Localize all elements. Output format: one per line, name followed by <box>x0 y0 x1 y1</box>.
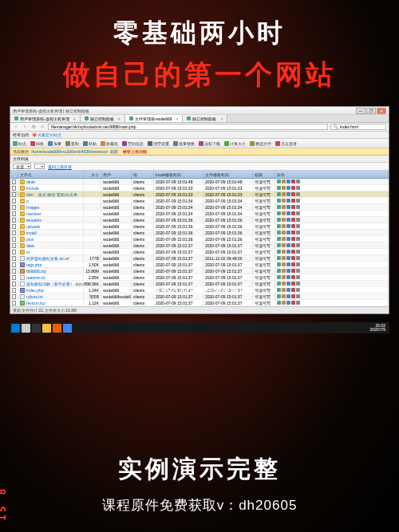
file-name[interactable]: m <box>26 250 30 254</box>
row-checkbox[interactable] <box>12 294 16 299</box>
action-icon[interactable] <box>291 262 295 266</box>
file-name[interactable]: robots.txt <box>26 294 43 299</box>
action-icon[interactable] <box>296 294 300 298</box>
table-row[interactable]: robots.txt505Bwode666wode666wode666clien… <box>10 294 389 300</box>
action-icon[interactable] <box>282 301 286 305</box>
reload-button[interactable]: ⟳ <box>30 124 37 130</box>
action-icon[interactable] <box>296 186 300 190</box>
action-icon[interactable] <box>282 256 286 260</box>
action-icon[interactable] <box>277 275 281 279</box>
row-checkbox[interactable] <box>12 231 16 235</box>
action-icon[interactable] <box>282 205 286 209</box>
file-name[interactable]: 666666.zip <box>26 269 45 274</box>
action-icon[interactable] <box>286 294 290 298</box>
action-icon[interactable] <box>296 243 300 247</box>
table-row[interactable]: 666666.zip15.86Mwode666clients2020-07-09… <box>10 268 389 274</box>
row-checkbox[interactable] <box>12 288 16 293</box>
action-icon[interactable] <box>296 237 300 241</box>
file-name[interactable]: plus <box>26 237 34 242</box>
action-icon[interactable] <box>277 218 281 222</box>
action-icon[interactable] <box>291 192 295 196</box>
search-input[interactable]: 🔍 index.html <box>330 124 386 130</box>
action-icon[interactable] <box>277 282 281 286</box>
table-row[interactable]: index.php1.24Kwode666clients2020-07-09 1… <box>10 287 389 294</box>
action-icon[interactable] <box>277 192 281 196</box>
inline-actions[interactable]: 改名 移动 复制 白名单 <box>38 192 77 197</box>
col-group[interactable]: 组 <box>132 171 154 178</box>
action-icon[interactable] <box>286 186 290 190</box>
file-name[interactable]: member <box>26 211 41 216</box>
toolbar-item[interactable]: 点击登录 <box>275 141 297 146</box>
action-icon[interactable] <box>296 262 300 266</box>
row-checkbox[interactable] <box>12 218 16 223</box>
tab-close-icon[interactable]: × <box>73 116 76 121</box>
col-user[interactable]: 用户 <box>101 171 132 178</box>
action-icon[interactable] <box>286 231 290 234</box>
table-row[interactable]: includewode666clients2020-07-09 15:01:33… <box>10 185 389 191</box>
file-name[interactable]: 安装教程详解（新手必看）.docx <box>26 282 84 286</box>
action-icon[interactable] <box>277 211 281 215</box>
action-icon[interactable] <box>282 224 286 228</box>
table-row[interactable]: favicon.ico1.12Kwode666clients2020-07-09… <box>10 300 389 306</box>
action-icon[interactable] <box>291 243 295 247</box>
browser-tab[interactable]: 用户管理系统-虚拟主机管理× <box>10 115 81 122</box>
action-icon[interactable] <box>277 205 281 209</box>
action-icon[interactable] <box>286 243 290 247</box>
table-row[interactable]: installwode666clients2020-07-09 15:01:36… <box>10 230 389 236</box>
action-icon[interactable] <box>277 243 281 247</box>
action-icon[interactable] <box>286 218 290 222</box>
upload-link[interactable]: 树状上传功能 <box>123 149 147 154</box>
action-icon[interactable] <box>277 237 281 241</box>
action-icon[interactable] <box>286 269 290 273</box>
file-name[interactable]: a <box>26 199 29 203</box>
action-icon[interactable] <box>277 231 281 234</box>
action-icon[interactable] <box>277 269 281 273</box>
action-icon[interactable] <box>282 275 286 279</box>
action-icon[interactable] <box>296 275 300 279</box>
browser-tab[interactable]: 独立控制面板× <box>81 115 125 122</box>
action-icon[interactable] <box>282 262 286 266</box>
file-name[interactable]: dede <box>26 179 35 184</box>
row-checkbox[interactable] <box>12 262 16 267</box>
action-icon[interactable] <box>296 269 300 273</box>
table-row[interactable]: tags.php1.50Kwode666clients2020-07-09 15… <box>10 262 389 268</box>
action-icon[interactable] <box>282 282 286 286</box>
col-inode[interactable]: inode修改时间 <box>154 171 203 178</box>
action-icon[interactable] <box>277 301 281 305</box>
action-icon[interactable] <box>277 224 281 228</box>
row-checkbox[interactable] <box>12 186 16 191</box>
toolbar-item[interactable]: 收藏夹 <box>101 141 118 146</box>
url-input[interactable]: filemanager.hk/myhostadmin.net:8888/main… <box>48 124 328 130</box>
action-icon[interactable] <box>277 288 281 292</box>
table-row[interactable]: skin改名 移动 复制 白名单wode666clients2020-07-09… <box>10 191 389 198</box>
col-action[interactable]: 操作 <box>275 171 389 178</box>
action-icon[interactable] <box>282 269 286 273</box>
file-name[interactable]: templets <box>26 218 41 223</box>
action-icon[interactable] <box>286 282 290 286</box>
toolbar-item[interactable]: 加量 <box>48 141 61 146</box>
row-checkbox[interactable] <box>12 282 16 286</box>
toolbar-item[interactable]: 站点 <box>13 141 26 146</box>
row-checkbox[interactable] <box>12 256 16 261</box>
action-icon[interactable] <box>291 237 295 241</box>
action-icon[interactable] <box>277 250 281 254</box>
row-checkbox[interactable] <box>12 269 16 274</box>
action-icon[interactable] <box>282 192 286 196</box>
action-icon[interactable] <box>277 179 281 183</box>
action-icon[interactable] <box>296 231 300 234</box>
action-icon[interactable] <box>291 231 295 234</box>
action-icon[interactable] <box>291 186 295 190</box>
taskbar-clock[interactable]: 20:02 2020/7/9 <box>368 324 388 333</box>
file-name[interactable]: index.php <box>26 288 44 293</box>
action-icon[interactable] <box>286 301 290 305</box>
taskbar-firefox-icon[interactable] <box>53 324 61 333</box>
row-checkbox[interactable] <box>12 205 16 210</box>
action-icon[interactable] <box>277 256 281 260</box>
filter-dropdown[interactable] <box>34 164 45 169</box>
action-icon[interactable] <box>277 262 281 266</box>
table-row[interactable]: Imageswode666clients2020-07-09 15:01:342… <box>10 204 389 211</box>
close-button[interactable]: ✕ <box>377 108 386 114</box>
action-icon[interactable] <box>291 288 295 292</box>
tab-close-icon[interactable]: × <box>118 116 120 121</box>
action-icon[interactable] <box>282 243 286 247</box>
